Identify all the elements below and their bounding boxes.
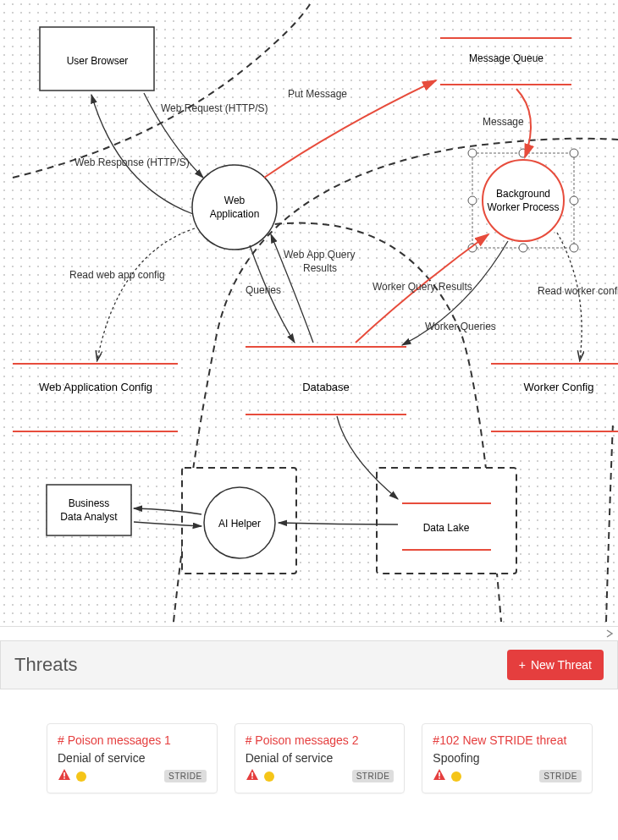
biz-analyst-node[interactable] [47, 485, 131, 535]
stride-badge: STRIDE [352, 770, 395, 782]
biz-analyst-label-1: Business [69, 497, 110, 509]
sel-handle[interactable] [468, 149, 477, 157]
status-dot-icon [76, 771, 86, 782]
edge-worker-qr-label: Worker Query Results [372, 281, 472, 293]
sel-handle[interactable] [468, 196, 477, 205]
web-app-config-label: Web Application Config [39, 381, 152, 393]
chevron-right-icon [605, 629, 614, 638]
edge-put-message-label: Put Message [288, 88, 347, 100]
sel-handle[interactable] [570, 149, 578, 157]
data-lake-boundary[interactable] [377, 468, 516, 574]
svg-rect-2 [251, 772, 253, 777]
biz-analyst-label-2: Data Analyst [60, 511, 118, 523]
plus-icon: + [519, 658, 526, 672]
web-app-label-2: Application [210, 208, 260, 220]
warning-icon [246, 768, 259, 784]
edge-read-web-cfg-label: Read web app config [69, 269, 165, 281]
stride-badge: STRIDE [539, 770, 582, 782]
edge-read-worker-cfg-label: Read worker config [538, 285, 618, 297]
svg-rect-4 [439, 772, 441, 777]
user-browser-label: User Browser [67, 55, 129, 67]
threat-card-title: # Poison messages 2 [246, 733, 395, 748]
svg-rect-5 [439, 777, 441, 779]
threat-card-type: Spoofing [433, 751, 582, 765]
ai-helper-label: AI Helper [218, 518, 261, 530]
edge-read-web-cfg[interactable] [97, 228, 195, 360]
bg-worker-label-1: Background [496, 188, 550, 200]
threat-card-title: # Poison messages 1 [58, 733, 207, 748]
edge-web-request-label: Web Request (HTTP/S) [161, 102, 268, 114]
svg-rect-0 [63, 772, 65, 777]
svg-rect-1 [63, 777, 65, 779]
worker-config-label: Worker Config [524, 381, 594, 393]
sel-handle[interactable] [519, 244, 527, 252]
edge-message-label: Message [483, 116, 524, 128]
threat-card-type: Denial of service [246, 751, 395, 765]
panel-collapse-toggle[interactable] [0, 627, 618, 640]
edge-queries-label: Queries [246, 284, 281, 296]
msg-queue-label: Message Queue [469, 52, 544, 64]
bg-worker-label-2: Worker Process [487, 201, 559, 213]
data-lake-label: Data Lake [423, 522, 470, 534]
web-app-label-1: Web [224, 195, 246, 206]
edge-web-response-label: Web Response (HTTP/S) [74, 156, 190, 168]
status-dot-icon [451, 771, 461, 782]
diagram-canvas[interactable]: Message Queue User Browser Web Applicati… [0, 0, 618, 626]
threat-cards: # Poison messages 1 Denial of service ST… [0, 689, 618, 819]
warning-icon [433, 768, 446, 784]
sel-handle[interactable] [570, 244, 578, 252]
bg-worker-node[interactable] [483, 160, 564, 241]
status-dot-icon [264, 771, 274, 782]
threats-title: Threats [14, 654, 78, 676]
edge-web-app-qr-label-2: Results [303, 262, 337, 274]
threats-header: Threats + New Threat [0, 640, 618, 689]
threats-panel: Threats + New Threat # Poison messages 1… [0, 626, 618, 819]
edge-web-app-qr-label-1: Web App Query [284, 249, 356, 261]
sel-handle[interactable] [570, 196, 578, 205]
edge-worker-queries-label: Worker Queries [425, 321, 496, 332]
new-threat-label: New Threat [531, 658, 592, 672]
svg-rect-3 [251, 777, 253, 779]
stride-badge: STRIDE [164, 770, 207, 782]
threat-card-title: #102 New STRIDE threat [433, 733, 582, 748]
threat-card[interactable]: # Poison messages 1 Denial of service ST… [47, 723, 218, 793]
new-threat-button[interactable]: + New Threat [507, 650, 604, 680]
threat-card[interactable]: #102 New STRIDE threat Spoofing STRIDE [422, 723, 593, 793]
database-label: Database [302, 381, 350, 393]
threat-card[interactable]: # Poison messages 2 Denial of service ST… [235, 723, 406, 793]
threat-card-type: Denial of service [58, 751, 207, 765]
trust-boundary[interactable] [606, 423, 613, 622]
warning-icon [58, 768, 71, 784]
